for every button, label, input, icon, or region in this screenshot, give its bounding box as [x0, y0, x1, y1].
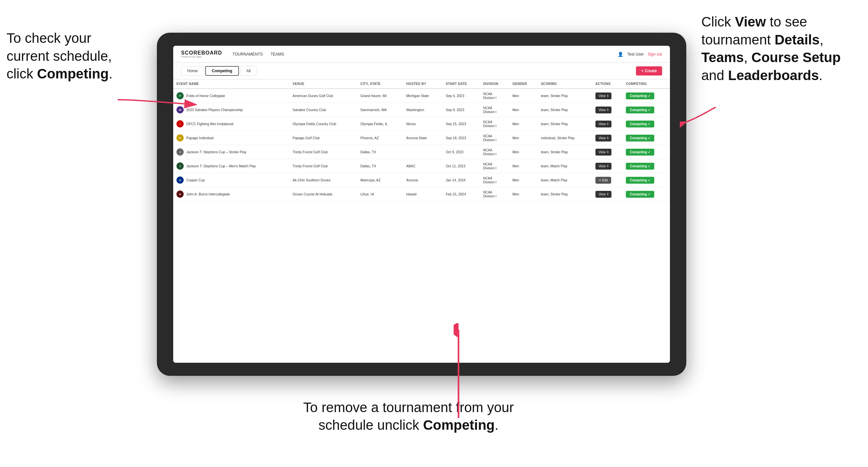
table-row: F Folds of Honor Collegiate American Dun… — [173, 89, 670, 103]
cell-competing: Competing ✓ — [623, 103, 670, 117]
col-city-state: CITY, STATE — [357, 80, 403, 89]
tablet-screen: SCOREBOARD Powered by clippi TOURNAMENTS… — [173, 46, 670, 363]
event-name-text: OFCC Fighting Illini Invitational — [186, 122, 233, 126]
col-gender: GENDER — [509, 80, 537, 89]
view-button[interactable]: View ℹ — [595, 163, 612, 169]
cell-competing: Competing ✓ — [623, 131, 670, 145]
cell-hosted: Michigan State — [403, 89, 442, 103]
cell-division: NCAADivision I — [480, 187, 509, 201]
cell-event-name: H John A. Burns Intercollegiate — [173, 187, 289, 201]
cell-gender: Men — [509, 117, 537, 131]
competing-button[interactable]: Competing ✓ — [626, 149, 654, 156]
table-row: I OFCC Fighting Illini Invitational Olym… — [173, 117, 670, 131]
table-container: EVENT NAME VENUE CITY, STATE HOSTED BY S… — [173, 80, 670, 363]
cell-scoring: team, Stroke Play — [537, 145, 592, 159]
cell-hosted: Arizona State — [403, 131, 442, 145]
cell-competing: Competing ✓ — [623, 173, 670, 187]
cell-venue: American Dunes Golf Club — [289, 89, 357, 103]
team-logo: J — [177, 162, 184, 169]
cell-venue: Papago Golf Club — [289, 131, 357, 145]
cell-scoring: team, Stroke Play — [537, 187, 592, 201]
cell-gender: Men — [509, 145, 537, 159]
cell-scoring: team, Stroke Play — [537, 89, 592, 103]
annotation-right: Click View to see tournament Details, Te… — [701, 13, 858, 84]
nav-teams[interactable]: TEAMS — [271, 52, 284, 57]
cell-hosted: Arizona — [403, 173, 442, 187]
col-venue: VENUE — [289, 80, 357, 89]
cell-division: NCAADivision I — [480, 173, 509, 187]
cell-hosted: Hawaii — [403, 187, 442, 201]
table-row: J Jackson T. Stephens Cup – Stroke Play … — [173, 145, 670, 159]
team-logo: A — [177, 177, 184, 184]
cell-city: Sammamish, WA — [357, 103, 403, 117]
cell-hosted — [403, 145, 442, 159]
competing-button[interactable]: Competing ✓ — [626, 92, 654, 99]
cell-gender: Men — [509, 159, 537, 173]
event-name-text: Jackson T. Stephens Cup – Stroke Play — [186, 150, 246, 154]
cell-city: Olympia Fields, IL — [357, 117, 403, 131]
view-button[interactable]: View ℹ — [595, 149, 612, 156]
arrow-left-competing — [111, 87, 203, 113]
event-name-text: John A. Burns Intercollegiate — [186, 192, 230, 196]
cell-venue: Ocean Course At Hokuala — [289, 187, 357, 201]
cell-start-date: Sep 15, 2023 — [442, 117, 480, 131]
col-competing: COMPETING — [623, 80, 670, 89]
annotation-right-text: Click View to see tournament Details, Te… — [701, 14, 841, 83]
cell-gender: Men — [509, 173, 537, 187]
navbar-right: 👤 Test User Sign out — [618, 52, 662, 57]
competing-button[interactable]: Competing ✓ — [626, 163, 654, 169]
table-row: H John A. Burns Intercollegiate Ocean Co… — [173, 187, 670, 201]
cell-scoring: team, Stroke Play — [537, 117, 592, 131]
view-button[interactable]: View ℹ — [595, 106, 612, 114]
view-button[interactable]: View ℹ — [595, 121, 612, 127]
tab-all[interactable]: All — [240, 66, 257, 76]
team-logo: I — [177, 120, 184, 127]
table-row: A Copper Cup Ak-Chin Southern DunesMaric… — [173, 173, 670, 187]
col-scoring: SCORING — [537, 80, 592, 89]
table-row: J Jackson T. Stephens Cup – Men's Match … — [173, 159, 670, 173]
cell-division: NCAADivision I — [480, 103, 509, 117]
col-hosted-by: HOSTED BY — [403, 80, 442, 89]
competing-button[interactable]: Competing ✓ — [626, 106, 654, 114]
create-button[interactable]: + Create — [636, 66, 662, 75]
cell-hosted: ABAC — [403, 159, 442, 173]
user-icon: 👤 — [618, 52, 623, 57]
cell-event-name: J Jackson T. Stephens Cup – Stroke Play — [173, 145, 289, 159]
cell-gender: Men — [509, 89, 537, 103]
navbar: SCOREBOARD Powered by clippi TOURNAMENTS… — [173, 46, 670, 63]
annotation-left-bold: Competing — [37, 66, 108, 82]
view-button[interactable]: View ℹ — [595, 191, 612, 198]
cell-city: Lihue, HI — [357, 187, 403, 201]
cell-event-name: I OFCC Fighting Illini Invitational — [173, 117, 289, 131]
annotation-left: To check your current schedule, click Co… — [6, 29, 131, 83]
cell-division: NCAADivision I — [480, 117, 509, 131]
cell-event-name: A Copper Cup — [173, 173, 289, 187]
team-logo: J — [177, 148, 184, 156]
view-button[interactable]: View ℹ — [595, 135, 612, 142]
logo-main-text: SCOREBOARD — [181, 50, 222, 56]
signout-link[interactable]: Sign out — [648, 52, 662, 57]
cell-start-date: Oct 11, 2023 — [442, 159, 480, 173]
cell-city: Dallas, TX — [357, 145, 403, 159]
table-body: F Folds of Honor Collegiate American Dun… — [173, 89, 670, 201]
competing-button[interactable]: Competing ✓ — [626, 177, 654, 184]
competing-button[interactable]: Competing ✓ — [626, 191, 654, 198]
view-button[interactable]: View ℹ — [595, 92, 612, 99]
cell-scoring: individual, Stroke Play — [537, 131, 592, 145]
cell-venue: Ak-Chin Southern Dunes — [289, 173, 357, 187]
nav-tournaments[interactable]: TOURNAMENTS — [233, 52, 263, 57]
cell-city: Dallas, TX — [357, 159, 403, 173]
tab-competing[interactable]: Competing — [205, 66, 239, 76]
competing-button[interactable]: Competing ✓ — [626, 121, 654, 127]
cell-competing: Competing ✓ — [623, 117, 670, 131]
tab-home[interactable]: Home — [181, 66, 204, 76]
cell-scoring: team, Match Play — [537, 173, 592, 187]
competing-button[interactable]: Competing ✓ — [626, 135, 654, 142]
cell-actions: View ℹ — [592, 159, 623, 173]
edit-button[interactable]: ✏ Edit — [595, 177, 611, 184]
cell-start-date: Jan 14, 2024 — [442, 173, 480, 187]
scoreboard-logo: SCOREBOARD Powered by clippi — [181, 50, 222, 58]
arrow-right-competing — [680, 104, 719, 130]
cell-event-name: J Jackson T. Stephens Cup – Men's Match … — [173, 159, 289, 173]
tablet-device: SCOREBOARD Powered by clippi TOURNAMENTS… — [157, 33, 686, 376]
